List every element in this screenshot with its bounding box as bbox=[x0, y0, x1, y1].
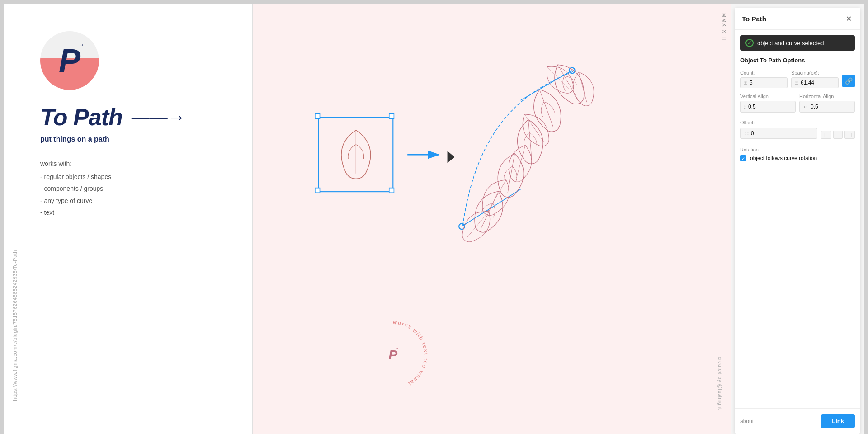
left-content: → P To Path ——→ put things on a path wor… bbox=[4, 4, 252, 434]
handle-tr bbox=[389, 114, 394, 119]
path-leaf-3 bbox=[515, 118, 545, 165]
selection-box bbox=[318, 117, 393, 192]
title-arrow: ——→ bbox=[132, 107, 186, 127]
works-with-heading: works with: bbox=[40, 158, 111, 170]
works-with: works with: - regular objects / shapes -… bbox=[40, 158, 111, 219]
subtitle: put things on a path bbox=[40, 135, 109, 143]
about-link[interactable]: about bbox=[740, 418, 754, 425]
path-leaf-extra-3 bbox=[515, 108, 555, 151]
options-section: Object To Path Options Count: ⊞ Spacing(… bbox=[735, 51, 860, 167]
curve-path-main bbox=[463, 71, 574, 226]
close-icon: ✕ bbox=[846, 14, 852, 23]
plugin-window: To Path ✕ ✓ object and curve selected Ob… bbox=[735, 8, 860, 434]
circular-text-group: works with text too whaat · P → bbox=[362, 319, 429, 390]
path-leaf-4 bbox=[495, 151, 527, 199]
canvas-panel: MMXIX II created by @lastnight bbox=[253, 4, 731, 434]
vertical-align-input[interactable] bbox=[748, 104, 793, 110]
align-center-btn[interactable]: ≡ bbox=[833, 131, 842, 139]
plugin-footer: about Link bbox=[735, 408, 860, 434]
path-leaf-extra-1 bbox=[540, 60, 579, 99]
rotation-label: Rotation: bbox=[740, 147, 855, 152]
horizontal-align-group: Horizontal Align ↔ bbox=[799, 94, 855, 113]
works-with-item-1: - regular objects / shapes bbox=[40, 171, 111, 183]
options-title: Object To Path Options bbox=[740, 57, 855, 64]
offset-label: Offset: bbox=[740, 120, 755, 125]
align-right-btn[interactable]: ≡| bbox=[844, 131, 855, 139]
rotation-checkbox-label: object follows curve rotation bbox=[750, 155, 817, 161]
spacing-label: Spacing(px): bbox=[791, 70, 839, 75]
main-area: https://www.figma.com/c/plugin/751576264… bbox=[4, 4, 864, 434]
link-chain-icon: 🔗 bbox=[845, 77, 853, 85]
count-group: Count: ⊞ bbox=[740, 70, 788, 88]
logo-letter: P bbox=[59, 44, 80, 77]
spacing-input[interactable] bbox=[801, 80, 835, 86]
count-label: Count: bbox=[740, 70, 788, 75]
horizontal-align-input-row: ↔ bbox=[799, 101, 855, 113]
vertical-align-label: Vertical Align bbox=[740, 94, 796, 99]
svg-text:P: P bbox=[388, 347, 397, 362]
rotation-checkbox[interactable]: ✓ bbox=[740, 155, 746, 161]
right-panel: To Path ✕ ✓ object and curve selected Ob… bbox=[731, 4, 864, 434]
align-left-btn[interactable]: |≡ bbox=[821, 131, 831, 139]
left-panel: https://www.figma.com/c/plugin/751576264… bbox=[4, 4, 253, 434]
vertical-align-group: Vertical Align ↕ bbox=[740, 94, 796, 113]
control-line-top bbox=[520, 71, 572, 100]
checkbox-row: ✓ object follows curve rotation bbox=[740, 155, 855, 161]
vertical-align-input-row: ↕ bbox=[740, 101, 796, 113]
control-point-bottom bbox=[459, 223, 465, 229]
horizontal-align-label: Horizontal Align bbox=[799, 94, 855, 99]
horizontal-align-icon: ↔ bbox=[802, 103, 809, 110]
status-check-icon: ✓ bbox=[745, 39, 754, 47]
handle-bl bbox=[315, 188, 320, 193]
path-leaf-1 bbox=[547, 58, 591, 109]
offset-input[interactable] bbox=[751, 130, 813, 137]
count-input-row: ⊞ bbox=[740, 77, 788, 88]
logo-arrow: → bbox=[78, 41, 85, 48]
close-button[interactable]: ✕ bbox=[844, 14, 853, 23]
path-leaf-5 bbox=[468, 186, 510, 237]
logo-circle: → P bbox=[40, 31, 99, 90]
spacing-icon: ⊟ bbox=[794, 80, 799, 86]
source-leaf bbox=[341, 130, 371, 179]
rotation-section: Rotation: ✓ object follows curve rotatio… bbox=[740, 147, 855, 161]
status-bar: ✓ object and curve selected bbox=[740, 35, 855, 51]
title-area: To Path ——→ bbox=[40, 104, 186, 131]
offset-align-icons: |≡ ≡ ≡| bbox=[821, 131, 855, 139]
checkmark-icon: ✓ bbox=[741, 156, 745, 161]
works-with-item-4: - text bbox=[40, 207, 111, 219]
spacing-group: Spacing(px): ⊟ bbox=[791, 70, 839, 88]
path-leaf-extra-6 bbox=[457, 204, 498, 247]
link-button-icon[interactable]: 🔗 bbox=[842, 75, 855, 87]
horizontal-align-input[interactable] bbox=[811, 104, 852, 110]
path-leaf-extra-4 bbox=[505, 142, 536, 184]
align-row: Vertical Align ↕ Horizontal Align ↔ bbox=[740, 94, 855, 113]
plugin-header: To Path ✕ bbox=[735, 8, 860, 30]
count-input[interactable] bbox=[750, 80, 784, 86]
plugin-title: To Path bbox=[742, 15, 766, 23]
count-grid-icon: ⊞ bbox=[743, 80, 748, 86]
link-action-button[interactable]: Link bbox=[821, 414, 855, 428]
vertical-align-icon: ↕ bbox=[743, 103, 746, 110]
canvas-svg: works with text too whaat · P → bbox=[253, 4, 731, 434]
svg-text:→: → bbox=[395, 346, 399, 350]
handle-tl bbox=[315, 114, 320, 119]
works-with-item-2: - components / groups bbox=[40, 183, 111, 195]
cursor-icon bbox=[448, 151, 455, 163]
control-point-top bbox=[569, 68, 575, 74]
spacing-input-row: ⊟ bbox=[791, 77, 839, 88]
offset-input-row: ⚏ bbox=[740, 128, 817, 139]
path-leaf-extra-2 bbox=[569, 69, 597, 108]
created-label: created by @lastnight bbox=[717, 357, 722, 410]
count-spacing-row: Count: ⊞ Spacing(px): ⊟ bbox=[740, 70, 855, 88]
path-leaf-extra-5 bbox=[476, 174, 516, 220]
handle-br bbox=[389, 188, 394, 193]
offset-row: Offset: ⚏ |≡ ≡ ≡| bbox=[740, 118, 855, 142]
status-text: object and curve selected bbox=[757, 40, 824, 47]
offset-icon: ⚏ bbox=[744, 130, 749, 137]
control-line-bottom bbox=[462, 189, 521, 226]
works-with-item-3: - any type of curve bbox=[40, 195, 111, 207]
url-vertical-text: https://www.figma.com/c/plugin/751576264… bbox=[12, 250, 18, 401]
svg-text:works with text too whaat ·: works with text too whaat · bbox=[392, 319, 429, 390]
page-title: To Path bbox=[40, 104, 123, 131]
path-leaf-2 bbox=[528, 85, 566, 136]
